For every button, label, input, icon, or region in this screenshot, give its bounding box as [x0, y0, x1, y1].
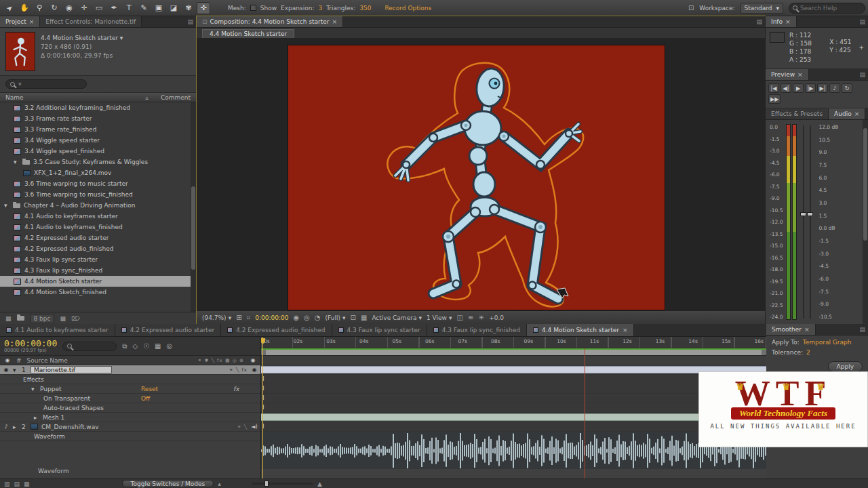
timeline-tab[interactable]: 4.1 Audio to keyframes starter	[0, 324, 115, 336]
layer-name[interactable]: Marionette.tif	[31, 366, 112, 373]
close-icon[interactable]: ×	[332, 18, 338, 25]
frame-blend-icon[interactable]: ▦	[155, 342, 161, 350]
work-area-bar[interactable]	[261, 348, 766, 356]
view-layout-dropdown[interactable]: 1 View ▾	[427, 314, 452, 321]
resolution-dropdown[interactable]: (Full) ▾	[326, 314, 346, 321]
lock-icon[interactable]: ⊡	[202, 18, 208, 25]
project-item[interactable]: ▾3.5 Case Study: Keyframes & Wiggles	[0, 157, 196, 167]
twirl-icon[interactable]: ▾	[31, 386, 37, 392]
tab-project[interactable]: Project ×	[0, 16, 40, 27]
project-item[interactable]: 4.2 Expressed audio starter	[0, 232, 196, 243]
tab-effect-controls[interactable]: Effect Controls: Marionette.tif	[40, 16, 142, 27]
close-icon[interactable]: ×	[623, 327, 628, 333]
layer1-duration-bar[interactable]	[261, 366, 766, 373]
record-options-link[interactable]: Record Options	[384, 5, 431, 12]
clone-stamp-tool-icon[interactable]: ▣	[152, 2, 165, 14]
layer-name[interactable]: CM_Downshift.wav	[41, 424, 99, 430]
pan-behind-tool-icon[interactable]: ✛	[77, 2, 91, 14]
hand-tool-icon[interactable]: ✋	[18, 2, 31, 14]
expansion-value[interactable]: 3	[318, 5, 322, 12]
unified-camera-tool-icon[interactable]: ◉	[62, 2, 76, 14]
apply-to-value[interactable]: Temporal Graph	[803, 339, 852, 346]
first-frame-button[interactable]: |◀	[768, 83, 779, 93]
toggle-switches-modes-button[interactable]: Toggle Switches / Modes	[122, 480, 214, 487]
interpret-footage-icon[interactable]: ▦	[5, 315, 12, 322]
column-name[interactable]: Name	[5, 94, 24, 101]
layer-switches[interactable]: ⚭ ╲ fx	[229, 367, 248, 373]
project-item[interactable]: 4.4 Motion Sketch starter	[0, 276, 196, 287]
timeline-track-area[interactable]: 0s02s03s04s05s06s07s08s09s10s11s12s13s14…	[261, 337, 766, 479]
tab-audio[interactable]: Audio ×	[829, 108, 865, 119]
current-time-button[interactable]: 0:00:00:00	[255, 314, 288, 321]
play-button[interactable]: ▶	[793, 83, 804, 93]
help-search-input[interactable]	[800, 5, 861, 12]
last-frame-button[interactable]: ▶|	[817, 83, 828, 93]
brush-tool-icon[interactable]: ✎	[137, 2, 151, 14]
project-item[interactable]: 4.4 Motion Sketch_finished	[0, 287, 196, 298]
property-lane[interactable]: I	[261, 422, 766, 432]
close-icon[interactable]: ×	[804, 326, 810, 333]
timeline-timecode[interactable]: 0:00:00:00	[4, 340, 57, 348]
workspace-dropdown[interactable]: Standard ▾	[741, 3, 783, 14]
pixel-aspect-icon[interactable]: ◫	[456, 314, 462, 321]
project-item[interactable]: 4.1 Audio to keyframes starter	[0, 211, 196, 222]
audio-fader[interactable]	[800, 124, 815, 320]
motion-blur-toggle-icon[interactable]: ◉	[251, 367, 258, 373]
property-lane[interactable]: I	[261, 403, 766, 413]
mesh-show-checkbox[interactable]	[250, 5, 256, 11]
project-column-header[interactable]: Name ▵ Comment	[0, 93, 196, 102]
comp-flowchart-icon[interactable]: ⧉	[122, 342, 127, 350]
tab-composition[interactable]: ⊡ Composition: 4.4 Motion Sketch starter…	[197, 16, 343, 27]
loop-button[interactable]: ↻	[842, 83, 852, 93]
timeline-tab[interactable]: 4.4 Motion Sketch starter×	[527, 324, 634, 336]
help-search[interactable]	[789, 3, 865, 14]
timeline-tab[interactable]: 4.2 Expressed audio_finished	[221, 324, 332, 336]
camera-dropdown[interactable]: Active Camera ▾	[372, 314, 422, 321]
property-lane[interactable]: I	[261, 394, 766, 403]
audio-mute-button[interactable]: ♪	[829, 83, 840, 93]
on-transparent-row[interactable]: On Transparent Off	[0, 394, 260, 403]
project-item[interactable]: 3.6 Time warping to music_finished	[0, 189, 196, 200]
puppet-effect-row[interactable]: ▾ Puppet Reset fx	[0, 384, 260, 394]
comp-navigator-tab[interactable]: 4.4 Motion Sketch starter	[202, 29, 294, 38]
column-comment[interactable]: Comment	[161, 94, 191, 101]
twirl-icon[interactable]: ▸	[13, 424, 18, 430]
project-item[interactable]: 3.6 Time warping to music starter	[0, 178, 196, 189]
panel-menu-icon[interactable]: ▤	[184, 16, 196, 27]
shy-icon[interactable]: ☉	[143, 342, 149, 350]
new-folder-icon[interactable]	[17, 316, 24, 321]
project-item[interactable]: 4.2 Expressed audio_finished	[0, 243, 196, 254]
layer2-duration-bar[interactable]	[261, 413, 766, 421]
composition-viewer[interactable]	[197, 39, 765, 310]
puppet-reset-link[interactable]: Reset	[141, 386, 158, 392]
twirl-icon[interactable]: ▾	[13, 367, 18, 373]
project-item[interactable]: 3.4 Wiggle speed_finished	[0, 146, 196, 157]
magnification-dropdown[interactable]: (94.7%) ▾	[202, 314, 231, 321]
twirl-icon[interactable]: ▸	[34, 414, 39, 421]
fader-handle-right[interactable]	[807, 212, 813, 216]
triangles-value[interactable]: 350	[359, 5, 371, 12]
snapshot-icon[interactable]: ◉	[293, 314, 299, 321]
eye-icon[interactable]: ◉	[3, 367, 9, 373]
delete-icon[interactable]: ⌦	[71, 315, 80, 322]
ram-preview-button[interactable]: ▶▶	[768, 94, 781, 104]
new-composition-icon[interactable]: ▩	[60, 315, 66, 322]
project-item[interactable]: 4.1 Audio to keyframes_finished	[0, 222, 196, 232]
mesh-row[interactable]: ▸ Mesh 1	[0, 413, 260, 422]
twirl-icon[interactable]: ▾	[14, 159, 19, 165]
exposure-value[interactable]: +0.0	[489, 314, 504, 321]
timeline-ruler[interactable]: 0s02s03s04s05s06s07s08s09s10s11s12s13s14…	[261, 337, 766, 348]
audio-scrollbar[interactable]	[863, 120, 868, 324]
roto-brush-tool-icon[interactable]: ✾	[182, 2, 195, 14]
twirl-icon[interactable]: ▾	[4, 202, 9, 209]
show-snapshot-icon[interactable]: ◎	[304, 314, 310, 321]
current-time-indicator[interactable]	[262, 337, 263, 479]
project-bit-depth[interactable]: 8 bpc	[30, 314, 55, 323]
project-search[interactable]: ▾	[5, 79, 87, 89]
tab-effects-presets[interactable]: Effects & Presets	[766, 108, 829, 119]
project-item[interactable]: 3.2 Additional keyframing_finished	[0, 102, 196, 113]
tab-info[interactable]: Info ×	[766, 16, 797, 27]
pen-tool-icon[interactable]: ✒	[107, 2, 121, 14]
tab-preview[interactable]: Preview ×	[766, 69, 809, 80]
timeline-tab[interactable]: 4.3 Faux lip sync starter	[332, 324, 427, 336]
